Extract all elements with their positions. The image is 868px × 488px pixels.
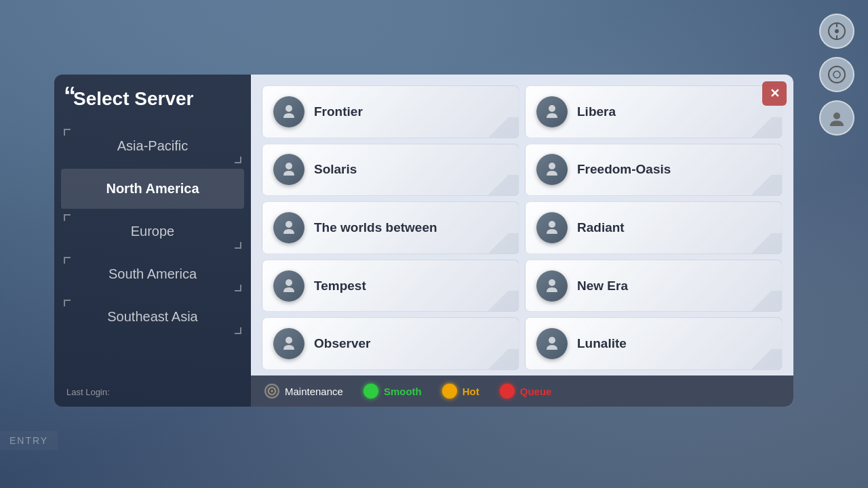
server-icon-new-era — [536, 270, 568, 302]
svg-point-1 — [835, 29, 839, 33]
server-icon-radiant — [536, 212, 568, 243]
server-icon-libera — [536, 96, 568, 127]
svg-point-8 — [549, 105, 555, 112]
server-name-frontier: Frontier — [314, 104, 363, 119]
server-item-tempest[interactable]: Tempest — [262, 260, 519, 312]
server-name-freedom-oasis: Freedom-Oasis — [577, 162, 671, 177]
avatar-icon[interactable] — [819, 100, 854, 136]
server-icon-lunalite — [536, 328, 568, 359]
svg-point-14 — [549, 279, 555, 286]
compass-icon[interactable] — [819, 57, 854, 92]
close-button[interactable]: ✕ — [762, 81, 787, 106]
server-item-frontier[interactable]: Frontier — [262, 85, 519, 138]
status-label-maintenance: Maintenance — [285, 386, 343, 397]
status-label-smooth: Smooth — [384, 386, 422, 397]
region-label-north-america: North America — [106, 181, 199, 196]
server-icon-frontier — [273, 96, 304, 127]
svg-point-16 — [549, 337, 555, 344]
server-name-the-worlds-between: The worlds between — [314, 220, 437, 235]
status-label-hot: Hot — [462, 386, 479, 397]
svg-point-5 — [833, 71, 840, 78]
region-item-europe[interactable]: Europe — [61, 211, 244, 251]
server-item-observer[interactable]: Observer — [262, 317, 519, 370]
server-item-radiant[interactable]: Radiant — [525, 201, 783, 254]
region-item-south-america[interactable]: South America — [61, 254, 244, 294]
dialog-title: Select Server — [54, 75, 251, 126]
server-name-new-era: New Era — [577, 279, 628, 293]
svg-point-11 — [285, 221, 292, 228]
select-server-dialog: Select Server Asia-Pacific North America… — [54, 75, 793, 407]
close-icon: ✕ — [770, 86, 780, 101]
status-maintenance: Maintenance — [264, 384, 343, 399]
svg-point-18 — [271, 390, 273, 392]
server-item-lunalite[interactable]: Lunalite — [525, 317, 783, 370]
region-label-asia-pacific: Asia-Pacific — [117, 138, 188, 153]
svg-point-9 — [285, 163, 292, 169]
status-queue: Queue — [500, 384, 552, 399]
server-grid: Frontier Libera Solaris Fr — [251, 75, 793, 375]
server-item-solaris[interactable]: Solaris — [262, 144, 519, 197]
region-item-north-america[interactable]: North America — [61, 169, 244, 209]
region-label-southeast-asia: Southeast Asia — [107, 309, 197, 324]
server-item-new-era[interactable]: New Era — [525, 260, 783, 312]
server-item-libera[interactable]: Libera — [525, 85, 783, 138]
server-icon-freedom-oasis — [536, 154, 568, 185]
region-label-europe: Europe — [131, 224, 175, 239]
server-icon-the-worlds-between — [273, 212, 304, 243]
server-item-freedom-oasis[interactable]: Freedom-Oasis — [525, 144, 783, 197]
region-item-southeast-asia[interactable]: Southeast Asia — [61, 297, 244, 337]
server-item-the-worlds-between[interactable]: The worlds between — [262, 201, 519, 254]
svg-point-6 — [833, 113, 840, 119]
region-item-asia-pacific[interactable]: Asia-Pacific — [61, 126, 244, 166]
status-label-queue: Queue — [520, 386, 552, 397]
region-label-south-america: South America — [108, 266, 197, 281]
hot-dot — [442, 384, 457, 399]
server-name-observer: Observer — [314, 336, 370, 351]
svg-point-7 — [285, 105, 292, 112]
svg-point-4 — [829, 66, 845, 83]
server-icon-observer — [273, 328, 304, 359]
server-name-tempest: Tempest — [314, 279, 366, 293]
svg-point-12 — [549, 221, 555, 228]
server-name-libera: Libera — [577, 104, 616, 119]
server-name-radiant: Radiant — [577, 220, 625, 235]
svg-point-15 — [285, 337, 292, 344]
top-right-icons — [819, 14, 854, 136]
status-bar: Maintenance Smooth Hot Queue — [251, 375, 793, 407]
server-icon-solaris — [273, 154, 304, 185]
status-smooth: Smooth — [363, 384, 422, 399]
server-name-solaris: Solaris — [314, 162, 357, 177]
queue-dot — [500, 384, 515, 399]
region-list: Asia-Pacific North America Europe South … — [54, 126, 251, 337]
maintenance-dot — [264, 384, 279, 399]
region-panel: Select Server Asia-Pacific North America… — [54, 75, 251, 407]
svg-point-13 — [285, 279, 292, 286]
server-name-lunalite: Lunalite — [577, 336, 627, 351]
last-login-label: Last Login: — [66, 387, 110, 397]
status-hot: Hot — [442, 384, 479, 399]
server-panel: ✕ Frontier Libera Sola — [251, 75, 793, 407]
emblem-icon[interactable] — [819, 14, 854, 49]
svg-point-10 — [549, 163, 555, 169]
server-icon-tempest — [273, 270, 304, 302]
smooth-dot — [363, 384, 378, 399]
